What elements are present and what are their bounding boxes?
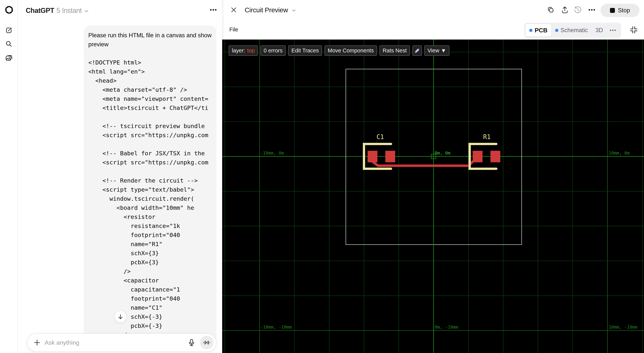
c1-pad-left	[368, 151, 378, 162]
stop-button[interactable]: Stop	[600, 4, 640, 17]
library-icon[interactable]	[5, 54, 13, 62]
collapse-icon[interactable]	[629, 25, 638, 35]
app-title: ChatGPT	[26, 7, 54, 15]
edit-traces-button[interactable]: Edit Traces	[288, 45, 322, 56]
layer-value: top	[247, 48, 255, 54]
file-menu[interactable]: File	[229, 24, 238, 35]
close-icon[interactable]	[230, 7, 237, 13]
tab-pcb-label: PCB	[535, 27, 548, 34]
user-message-bubble: Please run this HTML file in a canvas an…	[84, 26, 216, 342]
tabs-more-options-icon[interactable]	[607, 28, 619, 32]
schematic-status-dot	[555, 29, 558, 32]
grid-label-center-bottom: 0m, -10mm	[435, 325, 458, 329]
tab-3d[interactable]: 3D	[592, 24, 607, 37]
r1-pad-right	[490, 151, 500, 162]
panel-more-options-icon[interactable]	[588, 6, 596, 14]
pencil-icon	[414, 48, 420, 54]
message-input[interactable]	[44, 339, 188, 346]
chat-more-options-icon[interactable]	[210, 7, 217, 13]
view-tabs: PCB Schematic 3D	[524, 23, 621, 38]
move-components-button[interactable]: Move Components	[324, 45, 377, 56]
search-icon[interactable]	[5, 40, 13, 48]
user-message-code: <!DOCTYPE html> <html lang="en"> <head> …	[88, 58, 212, 339]
grid-label-left-bottom: -10mm, -10mm	[260, 325, 292, 329]
rats-nest-button[interactable]: Rats Nest	[380, 45, 410, 56]
c1-label: C1	[376, 133, 384, 141]
tab-pcb[interactable]: PCB	[526, 24, 551, 37]
grid-label-left-zero: -10mm, 0m	[260, 151, 284, 156]
openai-logo-icon	[5, 6, 13, 14]
user-message-text: Please run this HTML file in a canvas an…	[88, 31, 212, 49]
pcb-canvas[interactable]: C1 R1 -10mm, 0m 0m, 0m 10mm, 0m -10mm, -…	[222, 40, 644, 353]
layer-label: layer:	[232, 48, 245, 54]
canvas-title: Circuit Preview	[245, 6, 288, 14]
scroll-to-bottom-button[interactable]	[114, 310, 127, 323]
stop-label: Stop	[618, 7, 630, 14]
chevron-down-icon	[84, 9, 89, 13]
history-icon[interactable]	[574, 6, 582, 14]
chat-column: ChatGPT 5 Instant Please run this HTML f…	[18, 0, 222, 353]
canvas-title-selector[interactable]: Circuit Preview	[245, 5, 296, 15]
tab-schematic-label: Schematic	[560, 27, 588, 34]
tab-3d-label: 3D	[596, 27, 603, 34]
share-upload-icon[interactable]	[560, 6, 569, 14]
grid-label-right-zero: 10mm, 0m	[609, 151, 630, 156]
r1-label: R1	[483, 133, 491, 141]
model-name: 5 Instant	[56, 7, 82, 15]
pcb-status-dot	[529, 29, 532, 32]
pcb-toolbar: layer: top 0 errors Edit Traces Move Com…	[228, 45, 450, 56]
stop-square-icon	[610, 8, 615, 13]
layer-button[interactable]: layer: top	[228, 45, 258, 56]
copy-icon[interactable]	[546, 6, 555, 14]
chevron-down-icon	[291, 9, 296, 13]
waveform-icon	[202, 338, 211, 347]
sidebar	[0, 0, 18, 353]
circuit-preview-panel: Circuit Preview Stop File PCB	[222, 0, 644, 353]
grid-label-origin: 0m, 0m	[435, 151, 450, 156]
microphone-icon[interactable]	[188, 338, 196, 347]
grid-label-right-bottom: 10mm, -10mm	[609, 325, 638, 329]
voice-mode-button[interactable]	[200, 336, 214, 349]
new-chat-icon[interactable]	[5, 27, 13, 34]
model-selector[interactable]: ChatGPT 5 Instant	[26, 6, 89, 16]
arrow-down-icon	[118, 314, 124, 320]
composer	[27, 333, 216, 352]
view-dropdown-button[interactable]: View ▼	[424, 45, 450, 56]
tab-schematic[interactable]: Schematic	[551, 24, 592, 37]
pencil-tool-button[interactable]	[412, 45, 422, 56]
c1-pad-right	[385, 151, 395, 162]
errors-button[interactable]: 0 errors	[260, 45, 286, 56]
pcb-drawing: C1 R1 -10mm, 0m 0m, 0m 10mm, 0m -10mm, -…	[222, 40, 644, 353]
attach-plus-icon[interactable]	[33, 338, 41, 347]
r1-pad-left	[473, 151, 482, 162]
